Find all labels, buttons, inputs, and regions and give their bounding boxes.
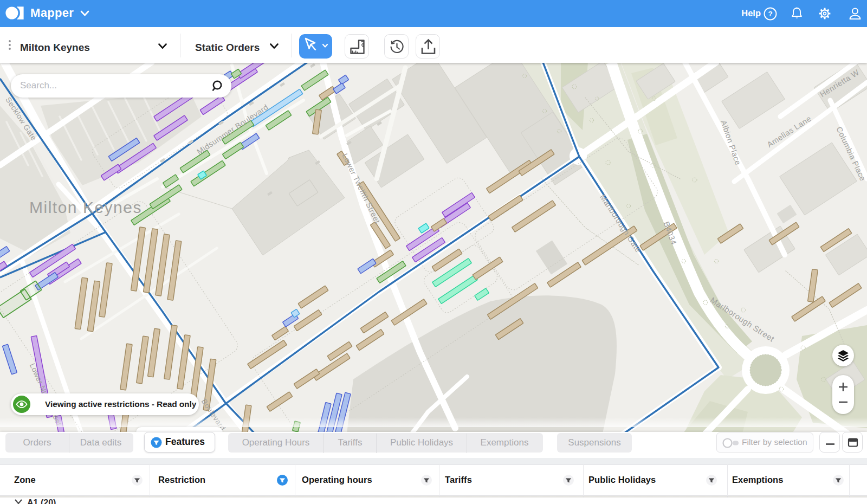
svg-text:?: ? xyxy=(768,10,772,18)
svg-text:Milton Keynes: Milton Keynes xyxy=(29,198,142,216)
